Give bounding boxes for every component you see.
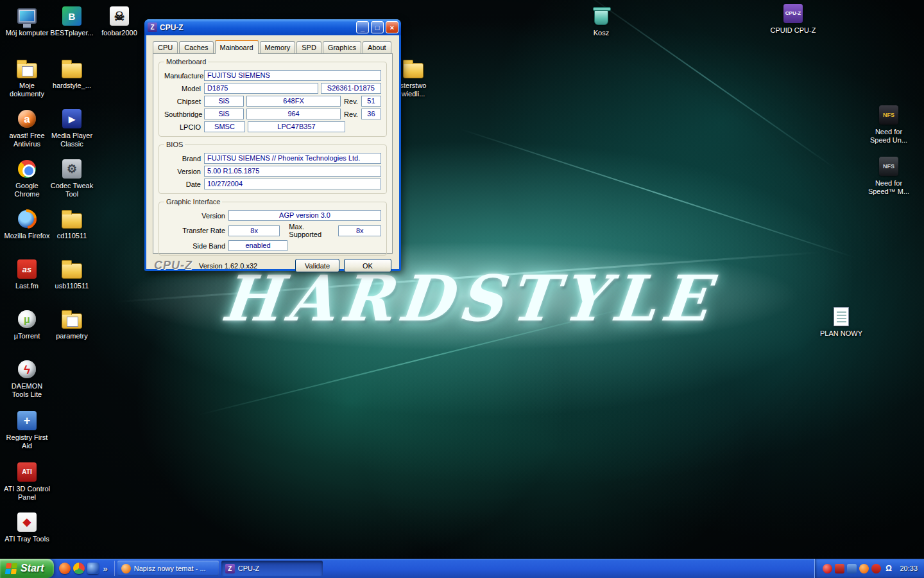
taskbar-clock[interactable]: 20:33 <box>900 565 918 572</box>
light-beam <box>459 128 857 259</box>
windows-flag-icon <box>5 563 17 574</box>
desktop-icon-codec-tweak-tool[interactable]: ⚙ Codec Tweak Tool <box>49 158 95 198</box>
manufacturer-label: Manufacturer <box>164 72 204 80</box>
southbridge-rev-label: Rev. <box>341 110 361 118</box>
desktop-icon-plan-nowy[interactable]: PLAN NOWY <box>818 306 864 338</box>
desktop-icon-ati-3d-control-panel[interactable]: ATI ATI 3D Control Panel <box>4 461 50 502</box>
lastfm-icon[interactable] <box>871 564 881 574</box>
app-icon[interactable] <box>87 563 99 574</box>
desktop-icon-ati-tray-tools[interactable]: ◆ ATI Tray Tools <box>4 511 50 543</box>
overflow-chevron[interactable]: » <box>101 564 108 574</box>
bios-group: BIOS Brand FUJITSU SIEMENS // Phoenix Te… <box>158 144 387 194</box>
desktop-icon-registry-first-aid[interactable]: + Registry First Aid <box>4 410 50 450</box>
window-footer: CPU-Z Version 1.62.0.x32 Validate OK <box>146 254 399 272</box>
max-supported-field: 8x <box>338 225 381 236</box>
avast-ball-icon: a <box>15 108 38 130</box>
desktop-icon-utorrent[interactable]: µ µTorrent <box>4 308 50 340</box>
tab-memory[interactable]: Memory <box>260 41 296 53</box>
nfs-icon: NFS <box>877 104 900 126</box>
tab-spd[interactable]: SPD <box>296 41 321 53</box>
taskbar: Start » Napisz nowy temat - ... Z CPU-Z … <box>0 559 924 578</box>
desktop-icon-hardstyle-folder[interactable]: hardstyle_... <box>49 58 95 90</box>
desktop-icon-usb110511[interactable]: usb110511 <box>49 258 95 290</box>
icon-label: ATI Tray Tools <box>4 535 50 543</box>
lpcio-vendor-field: SMSC <box>204 121 245 132</box>
minimize-button[interactable]: _ <box>356 21 369 33</box>
document-icon <box>830 306 853 328</box>
lpcio-model-field: LPC47B357 <box>248 121 345 132</box>
group-legend: Graphic Interface <box>164 198 222 206</box>
southbridge-model-field: 964 <box>246 109 341 119</box>
ati-tray-icon: ◆ <box>15 511 38 533</box>
tab-caches[interactable]: Caches <box>179 41 213 53</box>
tab-graphics[interactable]: Graphics <box>323 41 361 53</box>
icon-label: PLAN NOWY <box>818 329 864 338</box>
icon-label: parametry <box>49 332 95 340</box>
tab-about[interactable]: About <box>363 41 391 53</box>
window-title: CPU-Z <box>160 23 354 32</box>
avast-icon[interactable] <box>859 564 869 574</box>
side-band-label: Side Band <box>164 242 228 250</box>
desktop-icon-my-computer[interactable]: Mój komputer <box>4 5 50 37</box>
folder-icon <box>60 258 83 280</box>
desktop-icon-cpuid-cpuz[interactable]: CPU-Z CPUID CPU-Z <box>770 3 816 35</box>
close-button[interactable]: × <box>386 21 398 33</box>
firefox-icon[interactable] <box>59 563 71 574</box>
desktop-icon-my-documents[interactable]: Moje dokumenty <box>4 58 50 98</box>
tab-cpu[interactable]: CPU <box>153 41 178 53</box>
bios-brand-label: Brand <box>164 155 204 162</box>
icon-label: CPUID CPU-Z <box>770 26 816 35</box>
app-version-text: Version 1.62.0.x32 <box>199 262 291 270</box>
icon-label: DAEMON Tools Lite <box>4 382 50 399</box>
task-button-cpuz[interactable]: Z CPU-Z <box>221 561 323 576</box>
validate-button[interactable]: Validate <box>295 259 339 272</box>
window-titlebar[interactable]: Z CPU-Z _ □ × <box>144 19 401 35</box>
desktop-icon-parametry[interactable]: parametry <box>49 308 95 340</box>
side-band-field: enabled <box>228 240 287 251</box>
display-icon[interactable] <box>847 564 857 574</box>
icon-label: Last.fm <box>4 282 50 290</box>
daemon-tools-icon: ϟ <box>15 358 38 380</box>
icon-label: cd110511 <box>49 232 95 240</box>
desktop-icon-avast[interactable]: a avast! Free Antivirus <box>4 108 50 148</box>
bios-version-label: Version <box>164 168 204 175</box>
chipset-vendor-field: SiS <box>204 96 244 107</box>
desktop-icon-daemon-tools[interactable]: ϟ DAEMON Tools Lite <box>4 358 50 399</box>
ok-button[interactable]: OK <box>344 259 391 272</box>
folder-icon <box>60 308 83 330</box>
chrome-icon[interactable] <box>73 563 85 574</box>
southbridge-vendor-field: SiS <box>204 109 244 119</box>
chipset-label: Chipset <box>164 98 204 105</box>
desktop-icon-bestplayer[interactable]: B BESTplayer... <box>49 5 95 37</box>
desktop-icon-cd110511[interactable]: cd110511 <box>49 208 95 240</box>
transfer-rate-field: 8x <box>228 225 280 236</box>
transfer-rate-label: Transfer Rate <box>164 227 228 234</box>
shield-icon[interactable] <box>835 564 844 574</box>
ati-omega-icon[interactable]: Ω <box>884 564 893 574</box>
tab-mainboard[interactable]: Mainboard <box>215 40 259 54</box>
start-button[interactable]: Start <box>0 559 54 578</box>
desktop-icon-lastfm[interactable]: as Last.fm <box>4 258 50 290</box>
desktop-icon-google-chrome[interactable]: Google Chrome <box>4 158 50 198</box>
cpuz-window: Z CPU-Z _ □ × CPU Caches Mainboard Memor… <box>144 19 401 271</box>
icon-label: Need for Speed™ M... <box>866 179 912 196</box>
icon-label: Codec Tweak Tool <box>49 182 95 198</box>
cpuz-app-icon: Z <box>148 22 157 32</box>
desktop-icon-media-player-classic[interactable]: ▶ Media Player Classic <box>49 108 95 148</box>
cpuz-logo: CPU-Z <box>154 259 193 272</box>
firefox-icon <box>15 208 38 230</box>
security-icon[interactable] <box>823 564 832 574</box>
maximize-button[interactable]: □ <box>371 21 384 33</box>
tab-strip: CPU Caches Mainboard Memory SPD Graphics… <box>146 35 399 54</box>
desktop-icon-nfs-underground[interactable]: NFS Need for Speed Un... <box>866 104 912 144</box>
desktop-icon-foobar2000[interactable]: ☠ foobar2000 <box>96 5 142 37</box>
chipset-model-field: 648FX <box>246 96 341 107</box>
task-button-napisz-nowy-temat[interactable]: Napisz nowy temat - ... <box>117 561 219 576</box>
icon-label: hardstyle_... <box>49 82 95 90</box>
desktop-icon-mozilla-firefox[interactable]: Mozilla Firefox <box>4 208 50 240</box>
desktop-icon-recycle-bin[interactable]: Kosz <box>578 5 624 37</box>
desktop-icon-nfs-most-wanted[interactable]: NFS Need for Speed™ M... <box>866 155 912 196</box>
nfs-icon: NFS <box>877 155 900 177</box>
computer-icon <box>15 5 38 27</box>
lpcio-label: LPCIO <box>164 123 204 131</box>
